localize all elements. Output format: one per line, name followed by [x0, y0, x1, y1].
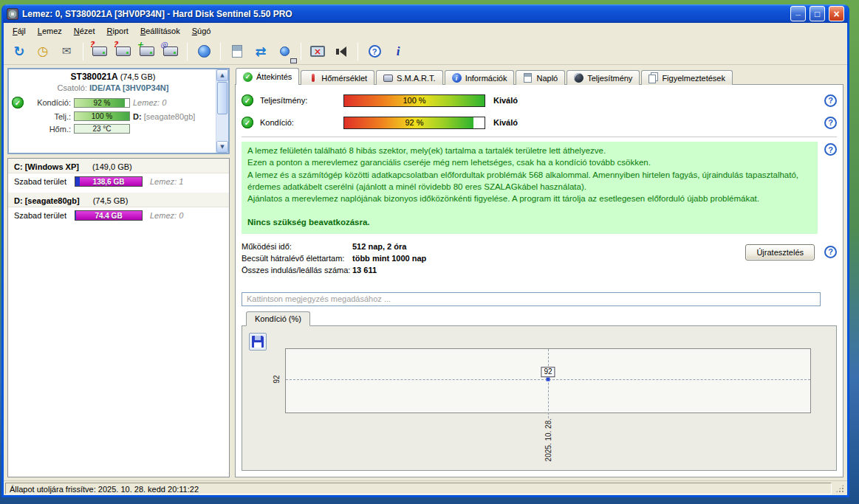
title-bar[interactable]: Lemez: 0, ST380021A [3HV0P34N] - Hard Di…	[3, 4, 848, 23]
disk-detect-button[interactable]: ?	[89, 41, 111, 62]
online-button[interactable]	[193, 41, 215, 62]
partition-size: (149,0 GB)	[92, 162, 132, 171]
disk-question-icon	[92, 46, 107, 56]
message-action: Nincs szükség beavatkozásra.	[247, 216, 812, 228]
desktop: { "window": { "title": "Lemez: 0, ST3800…	[0, 0, 859, 504]
disk-status-ok-icon: ✓	[12, 97, 24, 108]
report-button[interactable]	[226, 41, 248, 62]
menu-view[interactable]: Nézet	[68, 24, 101, 38]
condition-chart-group: Kondíció (%) 92 92 2025. 10. 28.	[242, 325, 837, 471]
display-off-icon: ×	[310, 46, 325, 57]
statistics-area: Működési idő: 512 nap, 2 óra Becsült hát…	[242, 242, 837, 285]
globe-disk-icon	[280, 46, 290, 56]
info-icon: i	[397, 44, 400, 59]
toolbar-separator	[301, 43, 301, 61]
scroll-down-button[interactable]: ▼	[216, 141, 228, 153]
help-icon: ?	[369, 45, 381, 58]
performance-row: ✓ Teljesítmény: 100 % Kiváló ?	[242, 89, 837, 111]
help-icon[interactable]: ?	[824, 143, 837, 156]
left-panel: ST380021A (74,5 GB) Csatoló: IDE/ATA [3H…	[7, 68, 230, 477]
menu-file[interactable]: Fájl	[7, 24, 32, 38]
message-line: Ezen a ponton a merevlemez garanciális c…	[247, 156, 812, 168]
partition-size: (74,5 GB)	[93, 196, 129, 205]
status-message-row: A lemez felületén található 8 hibás szek…	[242, 142, 837, 234]
tab-log[interactable]: Napló	[516, 70, 565, 85]
disk-summary-panel[interactable]: ST380021A (74,5 GB) Csatoló: IDE/ATA [3H…	[7, 68, 230, 154]
tab-overview[interactable]: ✓Áttekintés	[236, 68, 299, 85]
tab-alerts[interactable]: Figyelmeztetések	[641, 70, 733, 85]
sync-button[interactable]: ⇄	[250, 41, 272, 62]
status-bar: Állapot utoljára frissítve: 2025. 10. 28…	[4, 480, 847, 495]
sound-button[interactable]	[330, 41, 352, 62]
gridline-vertical	[548, 349, 549, 418]
performance-rating: Kiváló	[493, 96, 518, 105]
partition-item-d[interactable]: D: [seagate80gb] (74,5 GB) Szabad terüle…	[8, 193, 229, 227]
disk-connector: Csatoló: IDE/ATA [3HV0P34N]	[12, 83, 214, 92]
monitor-message-button[interactable]: ✉	[55, 41, 78, 62]
save-chart-button[interactable]	[249, 333, 267, 351]
condition-note: Lemez: 0	[133, 98, 214, 107]
performance-value: 100 %	[344, 95, 485, 106]
free-space-bar: 138,6 GB	[75, 176, 143, 187]
display-off-button[interactable]: ×	[307, 41, 329, 62]
chart-plot-area: 92 92 2025. 10. 28.	[285, 348, 811, 413]
scrollbar-track[interactable]	[216, 81, 228, 141]
scrollbar-thumb[interactable]	[217, 82, 227, 114]
tab-strip: ✓Áttekintés Hőmérséklet S.M.A.R.T. iInfo…	[235, 68, 843, 85]
tab-information[interactable]: iInformációk	[445, 70, 515, 85]
check-icon: ✓	[243, 72, 253, 82]
help-button[interactable]: ?	[363, 41, 386, 62]
close-button[interactable]: ×	[829, 6, 844, 21]
scroll-up-button[interactable]: ▲	[216, 69, 228, 81]
tab-smart[interactable]: S.M.A.R.T.	[376, 70, 443, 85]
x-axis-tick: 2025. 10. 28.	[544, 418, 552, 461]
disk-test-button[interactable]: ?	[112, 41, 134, 62]
overview-content: ✓ Teljesítmény: 100 % Kiváló ? ✓ Kondíci…	[235, 84, 843, 477]
comment-input[interactable]	[242, 292, 821, 306]
chart-tab[interactable]: Kondíció (%)	[246, 311, 310, 326]
toolbar-separator	[83, 43, 83, 61]
document-icon	[523, 73, 533, 83]
message-line: A lemez felületén található 8 hibás szek…	[247, 145, 812, 156]
menu-report[interactable]: Riport	[101, 24, 134, 38]
divider	[242, 137, 837, 137]
free-space-label: Szabad terület	[14, 177, 67, 186]
partition-title: C: [Windows XP]	[14, 162, 79, 171]
toolbar: ↻ ◷ ✉ ? ? + ◎ ⇄ × ? i	[4, 38, 847, 65]
partition-note: Lemez: 1	[150, 177, 183, 186]
resize-grip[interactable]	[835, 483, 845, 494]
menu-help[interactable]: Súgó	[186, 24, 217, 38]
disk-add-button[interactable]: +	[136, 41, 158, 62]
alarm-clock-button[interactable]: ◷	[32, 41, 54, 62]
report-icon	[232, 45, 242, 58]
tab-temperature[interactable]: Hőmérséklet	[301, 70, 374, 85]
tab-performance[interactable]: Teljesítmény	[567, 70, 640, 85]
disk-surface-test-button[interactable]: ◎	[160, 41, 182, 62]
toolbar-separator	[357, 43, 358, 61]
help-icon[interactable]: ?	[824, 94, 837, 107]
condition-label: Kondíció:	[30, 98, 74, 107]
partition-item-c[interactable]: C: [Windows XP] (149,0 GB) Szabad terüle…	[8, 159, 229, 193]
partition-list: C: [Windows XP] (149,0 GB) Szabad terüle…	[7, 158, 230, 477]
help-icon[interactable]: ?	[824, 117, 837, 129]
info-button[interactable]: i	[387, 41, 409, 62]
condition-value: 92 %	[344, 117, 485, 128]
menu-disk[interactable]: Lemez	[32, 24, 68, 38]
condition-rating: Kiváló	[493, 118, 518, 127]
performance-bar: 100 %	[74, 111, 130, 121]
menu-bar: Fájl Lemez Nézet Riport Beállítások Súgó	[4, 23, 847, 38]
menu-settings[interactable]: Beállítások	[134, 24, 186, 38]
disk-size: (74,5 GB)	[120, 72, 156, 81]
stat-label: Becsült hátralévő élettartam:	[242, 254, 352, 263]
web-status-button[interactable]	[273, 41, 295, 62]
minimize-button[interactable]: _	[790, 6, 806, 21]
main-area: ST380021A (74,5 GB) Csatoló: IDE/ATA [3H…	[4, 65, 847, 480]
condition-row: ✓ Kondíció: 92 % Kiváló ?	[242, 111, 837, 134]
refresh-button[interactable]: ↻	[8, 41, 30, 62]
maximize-button[interactable]: □	[810, 6, 825, 21]
performance-label: Telj.:	[30, 112, 74, 121]
refresh-icon: ↻	[13, 45, 24, 58]
help-icon[interactable]: ?	[824, 246, 837, 258]
disk-panel-scrollbar[interactable]: ▲ ▼	[216, 69, 228, 153]
retest-button[interactable]: Újratesztelés	[745, 244, 815, 260]
